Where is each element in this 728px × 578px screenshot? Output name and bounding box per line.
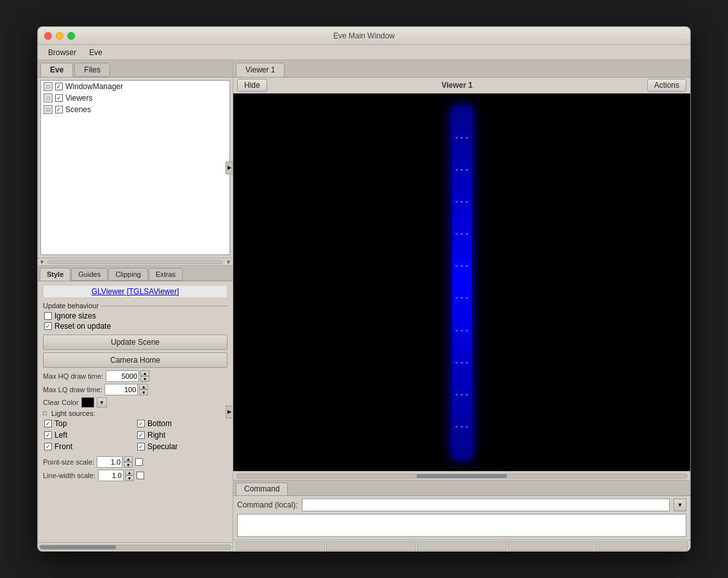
checkbox-viewers[interactable] [55,94,63,102]
traffic-lights [44,32,75,40]
tab-files[interactable]: Files [74,63,110,77]
light-front-checkbox[interactable] [44,443,52,450]
status-segment-4 [508,541,597,550]
separator-1 [101,306,228,306]
tree-scrollbar[interactable]: ▼ ▼ [38,258,233,265]
viewer-hscroll-thumb [417,474,507,478]
camera-home-button[interactable]: Camera Home [43,352,228,368]
point-size-down[interactable]: ▼ [124,462,133,468]
max-hq-row: Max HQ draw time: 5000 ▲ ▼ [43,370,228,382]
status-bar [233,540,690,551]
3d-dots [452,106,472,458]
max-lq-down[interactable]: ▼ [139,390,148,395]
tree-item-viewers[interactable]: □ Viewers [41,92,229,104]
max-hq-input[interactable]: 5000 [106,370,139,382]
main-content: Eve Files □ WindowManager □ [38,60,690,551]
light-bottom-row: Bottom [136,419,228,428]
clear-color-label: Clear Color [43,399,79,406]
max-lq-row: Max LQ draw time: 100 ▲ ▼ [43,384,228,395]
tab-eve[interactable]: Eve [40,63,73,77]
ignore-sizes-row: Ignore sizes [43,311,228,320]
line-width-up[interactable]: ▲ [125,470,134,475]
menu-browser[interactable]: Browser [43,47,81,58]
light-right-checkbox[interactable] [137,431,145,439]
viewer-canvas[interactable] [233,94,690,471]
style-tab-extras[interactable]: Extras [149,268,183,281]
command-label: Command (local): [237,500,298,509]
light-front-row: Front [43,442,135,451]
tree-label-wm: WindowManager [65,82,123,91]
command-dropdown[interactable]: ▼ [674,499,686,511]
left-panel: Eve Files □ WindowManager □ [38,60,233,551]
maximize-button[interactable] [67,32,75,40]
light-left-row: Left [43,431,135,440]
light-group-icon [43,411,47,415]
tree-icon-scenes: □ [44,105,53,114]
light-right-label: Right [147,431,165,440]
max-lq-spin-buttons: ▲ ▼ [139,384,148,395]
style-tabs: Style Guides Clipping Extras [38,265,233,281]
checkbox-wm[interactable] [55,83,63,90]
line-width-spinbox: 1.0 ▲ ▼ [98,470,134,481]
panel-tabs: Eve Files [38,60,233,78]
properties-area: GLViewer [TGLSAViewer] Update behaviour … [38,281,233,542]
update-scene-button[interactable]: Update Scene [43,334,228,350]
close-button[interactable] [44,32,52,40]
line-width-down[interactable]: ▼ [125,475,134,481]
actions-button[interactable]: Actions [647,79,686,92]
style-tab-guides[interactable]: Guides [71,268,108,281]
max-lq-input[interactable]: 100 [104,384,138,395]
reset-on-update-label: Reset on update [54,322,111,331]
window-title: Eve Main Window [333,31,395,40]
viewer-tabs: Viewer 1 [233,60,690,78]
right-panel: Viewer 1 Hide Viewer 1 Actions [233,60,690,551]
style-tab-style[interactable]: Style [40,268,70,281]
ignore-sizes-label: Ignore sizes [54,311,96,320]
minimize-button[interactable] [56,32,63,40]
max-hq-spin-buttons: ▲ ▼ [140,370,149,382]
ignore-sizes-checkbox[interactable] [44,312,52,320]
menu-eve[interactable]: Eve [84,47,108,58]
point-size-spinbox: 1.0 ▲ ▼ [97,456,133,468]
props-hscroll-track [39,545,231,550]
main-window: Eve Main Window Browser Eve Eve Files □ [37,26,691,552]
light-left-checkbox[interactable] [44,431,52,439]
command-input[interactable] [302,499,670,511]
tree-item-scenes[interactable]: □ Scenes [41,104,229,115]
checkbox-scenes[interactable] [55,106,63,113]
props-expand-btn[interactable]: ▶ [226,406,233,418]
max-hq-up[interactable]: ▲ [140,370,149,376]
tree-area[interactable]: □ WindowManager □ Viewers □ Scene [40,80,230,255]
light-specular-label: Specular [147,442,178,451]
clear-color-swatch[interactable] [81,397,94,408]
light-top-checkbox[interactable] [44,420,52,427]
viewer-hscroll-track [236,474,688,479]
viewer-tab-1[interactable]: Viewer 1 [236,63,285,77]
tree-item-windowmanager[interactable]: □ WindowManager [41,81,229,92]
viewer-hscroll[interactable] [233,471,690,480]
point-size-row: Point-size scale: 1.0 ▲ ▼ [43,456,228,468]
hide-button[interactable]: Hide [237,79,267,92]
reset-on-update-checkbox[interactable] [44,322,52,330]
status-segment-2 [326,541,415,550]
command-tab[interactable]: Command [236,483,288,495]
point-size-up[interactable]: ▲ [124,456,133,462]
style-tab-clipping[interactable]: Clipping [108,268,148,281]
line-width-lock[interactable] [136,472,144,479]
status-segment-3 [417,541,506,550]
light-specular-checkbox[interactable] [137,443,145,450]
max-hq-down[interactable]: ▼ [140,376,149,382]
left-panel-bottom: Style Guides Clipping Extras GLViewer [T… [38,265,233,551]
light-bottom-checkbox[interactable] [137,420,145,427]
clear-color-dropdown[interactable]: ▼ [97,397,107,408]
update-behaviour-group: Update behaviour Ignore sizes Reset on u… [43,302,228,331]
point-size-lock[interactable] [135,458,143,466]
point-size-input[interactable]: 1.0 [97,456,122,468]
max-lq-up[interactable]: ▲ [139,384,148,390]
tree-expand-btn[interactable]: ▶ [226,161,233,174]
props-hscroll[interactable] [38,542,233,551]
line-width-spin: ▲ ▼ [125,470,134,481]
light-left-label: Left [54,431,67,440]
line-width-input[interactable]: 1.0 [98,470,124,481]
gl-viewer-link[interactable]: GLViewer [TGLSAViewer] [43,285,228,298]
